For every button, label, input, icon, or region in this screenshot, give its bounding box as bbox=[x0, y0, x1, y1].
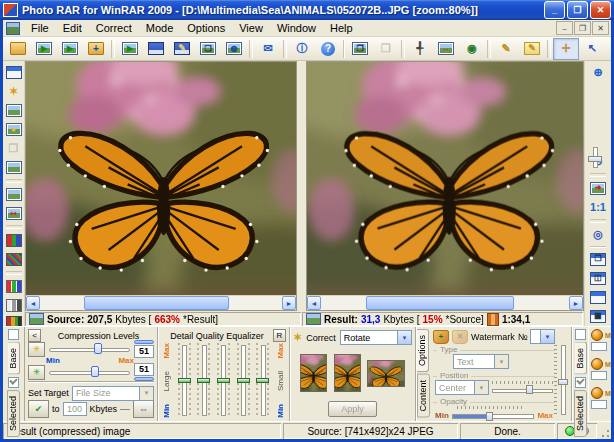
layout-single-icon[interactable] bbox=[587, 288, 609, 307]
crop-tool-icon[interactable]: ╃ bbox=[407, 38, 433, 60]
equalizer-reset-button[interactable]: R bbox=[273, 329, 286, 342]
watermark-type-combo[interactable]: Text▼ bbox=[453, 354, 509, 369]
image-frame-icon[interactable] bbox=[3, 185, 25, 204]
resize-image-icon[interactable]: ⇿ bbox=[3, 204, 25, 223]
base-checkbox[interactable] bbox=[8, 329, 19, 340]
menu-window[interactable]: Window bbox=[270, 21, 323, 35]
palette-color-icon[interactable] bbox=[3, 231, 25, 250]
view-monitor-icon[interactable] bbox=[3, 63, 25, 82]
picker-hand-tool-icon[interactable]: ✛ bbox=[605, 38, 611, 60]
magic-wand-icon[interactable]: ✶ bbox=[3, 82, 25, 101]
channel-value-input[interactable] bbox=[591, 400, 607, 409]
add-watermark-icon[interactable]: + bbox=[433, 330, 449, 344]
apply-target-button[interactable]: ✔ bbox=[28, 400, 49, 418]
channels-gray-icon[interactable] bbox=[3, 296, 25, 315]
menu-correct[interactable]: Correct bbox=[89, 21, 139, 35]
result-hscrollbar[interactable]: ◄ ► bbox=[307, 295, 583, 310]
delete-watermark-icon[interactable]: ✕ bbox=[452, 330, 468, 344]
scale-slider-thumb[interactable] bbox=[558, 379, 568, 385]
menu-file[interactable]: File bbox=[24, 21, 56, 35]
help-icon[interactable]: ? bbox=[315, 38, 341, 60]
opacity-slider[interactable] bbox=[452, 410, 535, 420]
quality-mode1-button[interactable]: ✳ bbox=[28, 342, 45, 357]
position-slider[interactable] bbox=[492, 385, 553, 395]
channel-sphere-icon[interactable] bbox=[591, 329, 603, 341]
tab-selected[interactable]: Selected bbox=[7, 390, 20, 437]
menu-options[interactable]: Options bbox=[180, 21, 232, 35]
source-hscrollbar[interactable]: ◄ ► bbox=[26, 295, 296, 310]
watermark-position-combo[interactable]: Center▼ bbox=[435, 380, 489, 395]
channel-sphere-icon[interactable] bbox=[591, 358, 603, 370]
scroll-thumb[interactable] bbox=[366, 296, 515, 310]
chevron-down-icon[interactable]: ▼ bbox=[474, 381, 488, 394]
crop-image-icon[interactable] bbox=[3, 101, 25, 120]
rotate-thumbnail[interactable] bbox=[367, 360, 405, 387]
scroll-right-icon[interactable]: ► bbox=[569, 296, 583, 310]
target-type-combo[interactable]: File Size▼ bbox=[72, 386, 154, 401]
preview-eye-icon[interactable]: ◉ bbox=[459, 38, 485, 60]
layout-split-icon[interactable]: ◫ bbox=[587, 269, 609, 288]
paste-image-icon[interactable]: ❐ bbox=[373, 38, 399, 60]
resize-grip[interactable] bbox=[599, 423, 611, 439]
eq-band-slider[interactable] bbox=[177, 343, 192, 418]
select-tool-icon[interactable]: ↖ bbox=[579, 38, 605, 60]
zoom-slider-thumb[interactable] bbox=[588, 156, 602, 162]
open-dual-view-icon[interactable]: ▶ bbox=[57, 38, 83, 60]
close-button[interactable]: ✕ bbox=[590, 1, 611, 19]
mdi-close-button[interactable]: ✕ bbox=[592, 21, 609, 35]
copy-images-icon[interactable]: ❐ bbox=[347, 38, 373, 60]
zoom-in-icon[interactable]: ⊕ bbox=[587, 63, 609, 82]
tab-base[interactable]: Base bbox=[8, 342, 20, 375]
compression-slider-1[interactable] bbox=[47, 342, 132, 356]
pane-divider[interactable] bbox=[297, 61, 306, 311]
tab-selected[interactable]: Selected bbox=[574, 390, 587, 437]
zoom-slider[interactable] bbox=[588, 147, 602, 167]
pan-hand-tool-icon[interactable]: ✛ bbox=[553, 38, 579, 60]
annotate-tool-icon[interactable]: ✎ bbox=[493, 38, 519, 60]
eq-band-slider[interactable] bbox=[196, 343, 211, 418]
mdi-restore-button[interactable]: ❐ bbox=[574, 21, 591, 35]
layout-quad-icon[interactable]: ▦ bbox=[587, 307, 609, 326]
minimize-button[interactable]: _ bbox=[544, 1, 565, 19]
tab-base[interactable]: Base bbox=[575, 342, 587, 375]
tab-content[interactable]: Content bbox=[417, 374, 430, 418]
spinner-up-icon[interactable] bbox=[134, 340, 154, 344]
menu-mode[interactable]: Mode bbox=[139, 21, 181, 35]
chevron-down-icon[interactable]: ▼ bbox=[540, 330, 554, 343]
actual-size-icon[interactable]: 1:1 bbox=[587, 198, 609, 217]
save-result-icon[interactable] bbox=[143, 38, 169, 60]
watermark-number-combo[interactable]: ▼ bbox=[530, 329, 555, 344]
palette-dither-icon[interactable] bbox=[3, 250, 25, 269]
eq-band-slider[interactable] bbox=[216, 343, 231, 418]
quality-mode2-button[interactable]: ✳ bbox=[28, 365, 45, 380]
apply-button[interactable]: Apply bbox=[328, 401, 377, 417]
image-copy-icon[interactable]: ❐ bbox=[3, 139, 25, 158]
lock-image-icon[interactable]: ● bbox=[3, 120, 25, 139]
image-info-icon[interactable]: ⓘ bbox=[289, 38, 315, 60]
correct-mode-combo[interactable]: Rotate▼ bbox=[340, 330, 412, 345]
channels-rgb-icon[interactable] bbox=[3, 277, 25, 296]
selected-checkbox[interactable] bbox=[575, 377, 586, 388]
restore-button[interactable]: ❐ bbox=[567, 1, 588, 19]
scroll-left-icon[interactable]: ◄ bbox=[307, 296, 321, 310]
rotate-thumbnail[interactable] bbox=[300, 354, 327, 392]
spinner-down-icon[interactable] bbox=[134, 377, 154, 381]
collapse-compression-button[interactable]: < bbox=[28, 329, 41, 342]
eq-band-slider[interactable] bbox=[236, 343, 251, 418]
base-checkbox[interactable] bbox=[575, 329, 586, 340]
send-email-icon[interactable]: ✉ bbox=[255, 38, 281, 60]
center-view-icon[interactable]: ◎ bbox=[587, 225, 609, 244]
watermark-scale-slider[interactable] bbox=[558, 345, 568, 415]
compression-slider-2[interactable] bbox=[47, 365, 132, 379]
save-as-icon[interactable]: ✎ bbox=[169, 38, 195, 60]
chevron-down-icon[interactable]: ▼ bbox=[494, 355, 508, 368]
menu-view[interactable]: View bbox=[232, 21, 270, 35]
add-folder-icon[interactable]: + bbox=[83, 38, 109, 60]
chevron-down-icon[interactable]: ▼ bbox=[139, 387, 153, 400]
menu-edit[interactable]: Edit bbox=[56, 21, 89, 35]
rotate-thumbnail[interactable] bbox=[334, 354, 361, 392]
compression-value-1[interactable]: 51 bbox=[134, 345, 154, 358]
mdi-minimize-button[interactable]: – bbox=[556, 21, 573, 35]
open-image-icon[interactable] bbox=[5, 38, 31, 60]
fit-to-window-icon[interactable]: ➜ bbox=[587, 179, 609, 198]
